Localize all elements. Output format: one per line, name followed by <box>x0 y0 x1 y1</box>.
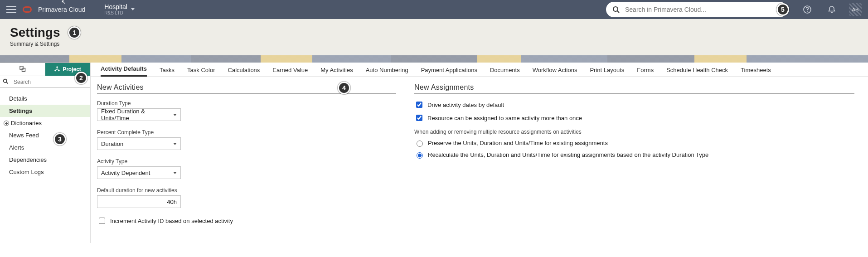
svg-line-1 <box>617 11 619 13</box>
expand-icon <box>4 121 9 126</box>
settings-tabs: Activity DefaultsTasksTask ColorCalculat… <box>91 63 868 77</box>
sidebar-item[interactable]: Dictionaries <box>0 117 90 129</box>
tab[interactable]: Timesheets <box>741 67 771 77</box>
increment-id-checkbox[interactable]: Increment Activity ID based on selected … <box>97 216 396 225</box>
sidebar-tab-project-label: Project <box>63 66 81 73</box>
callout-2: 2 <box>75 72 87 84</box>
project-icon <box>54 66 60 73</box>
sidebar: Project 2 DetailsSettingsDictionariesNew… <box>0 63 91 243</box>
tab[interactable]: Activity Defaults <box>101 65 147 77</box>
decorative-strip <box>0 55 868 63</box>
tab[interactable]: Auto Numbering <box>366 67 408 77</box>
callout-1: 1 <box>68 26 81 39</box>
svg-point-0 <box>613 7 618 11</box>
default-duration-label: Default duration for new activities <box>97 187 396 194</box>
sidebar-item[interactable]: Dependencies <box>0 154 90 166</box>
page-title: Settings <box>10 25 60 40</box>
search-icon <box>3 78 10 86</box>
pct-complete-type-select[interactable]: Duration <box>97 137 181 150</box>
tab[interactable]: Payment Applications <box>421 67 477 77</box>
callout-3: 3 <box>53 133 66 145</box>
drive-dates-checkbox[interactable]: Drive activity dates by default <box>414 100 854 109</box>
new-activities-title: New Activities <box>97 83 396 92</box>
sidebar-item[interactable]: Settings <box>0 105 90 117</box>
sidebar-item-label: Dictionaries <box>11 120 42 126</box>
chevron-down-icon <box>173 114 177 116</box>
radio-recalc-label: Recalculate the Units, Duration and Unit… <box>428 151 708 158</box>
sidebar-item[interactable]: Custom Logs <box>0 166 90 178</box>
global-search[interactable]: 5 <box>606 2 787 17</box>
sidebar-nav: DetailsSettingsDictionariesNews FeedAler… <box>0 88 90 183</box>
svg-point-6 <box>57 66 58 68</box>
assignment-hint: When adding or removing multiple resourc… <box>414 129 854 135</box>
pct-complete-type-label: Percent Complete Type <box>97 129 396 136</box>
global-search-input[interactable] <box>624 5 781 14</box>
page-header: Settings 1 Summary & Settings <box>0 19 868 55</box>
tab[interactable]: Documents <box>490 67 520 77</box>
tab[interactable]: Earned Value <box>272 67 308 77</box>
radio-preserve[interactable]: Preserve the Units, Duration and Units/T… <box>414 139 854 147</box>
divider <box>414 93 854 94</box>
callout-4: 4 <box>338 82 350 94</box>
chevron-down-icon <box>131 8 135 10</box>
duration-type-value: Fixed Duration & Units/Time <box>101 108 173 121</box>
new-assignments-section: New Assignments Drive activity dates by … <box>414 83 854 229</box>
pct-complete-type-value: Duration <box>101 141 123 147</box>
tab[interactable]: Schedule Health Check <box>666 67 728 77</box>
default-duration-input[interactable] <box>97 195 181 208</box>
sidebar-tab-ws[interactable] <box>0 63 45 76</box>
tab[interactable]: My Activities <box>320 67 353 77</box>
new-assignments-title: New Assignments <box>414 83 854 92</box>
global-header: ↖ Primavera Cloud Hospital R&S LTD 5 AB <box>0 0 868 19</box>
tab[interactable]: Workflow Actions <box>533 67 577 77</box>
context-sub: R&S LTD <box>104 10 127 15</box>
drive-dates-label: Drive activity dates by default <box>427 102 504 108</box>
duration-type-select[interactable]: Fixed Duration & Units/Time <box>97 108 181 121</box>
chevron-down-icon <box>173 172 177 174</box>
svg-line-10 <box>6 82 8 83</box>
chevron-down-icon <box>173 143 177 145</box>
tab[interactable]: Calculations <box>228 67 260 77</box>
svg-rect-5 <box>22 68 25 71</box>
main-panel: Activity DefaultsTasksTask ColorCalculat… <box>91 63 868 243</box>
context-picker[interactable]: Hospital R&S LTD <box>104 4 135 15</box>
divider <box>97 93 396 94</box>
sidebar-item[interactable]: News Feed <box>0 129 90 141</box>
duration-type-label: Duration Type <box>97 100 396 107</box>
hamburger-menu-icon[interactable] <box>6 6 16 13</box>
activity-type-value: Activity Dependent <box>101 170 150 176</box>
sidebar-item[interactable]: Details <box>0 92 90 105</box>
increment-id-label: Increment Activity ID based on selected … <box>110 218 233 224</box>
brand-name: Primavera Cloud <box>38 6 85 13</box>
user-avatar[interactable]: AB <box>849 3 862 16</box>
multi-assign-checkbox[interactable]: Resource can be assigned to same activit… <box>414 113 854 122</box>
multi-assign-label: Resource can be assigned to same activit… <box>427 115 582 121</box>
radio-preserve-label: Preserve the Units, Duration and Units/T… <box>428 140 608 146</box>
radio-recalc[interactable]: Recalculate the Units, Duration and Unit… <box>414 151 854 159</box>
callout-5: 5 <box>776 3 789 16</box>
sidebar-item[interactable]: Alerts <box>0 141 90 154</box>
bell-icon[interactable] <box>827 5 836 14</box>
tab[interactable]: Tasks <box>160 67 175 77</box>
tab[interactable]: Print Layouts <box>590 67 624 77</box>
activity-type-select[interactable]: Activity Dependent <box>97 166 181 179</box>
tab[interactable]: Task Color <box>187 67 215 77</box>
tab[interactable]: Forms <box>637 67 654 77</box>
workspace-icon <box>19 66 26 73</box>
oracle-logo-icon <box>23 6 32 13</box>
context-main: Hospital <box>104 4 127 10</box>
help-icon[interactable] <box>803 5 812 14</box>
svg-point-9 <box>4 79 7 82</box>
svg-point-3 <box>807 11 808 12</box>
activity-type-label: Activity Type <box>97 158 396 165</box>
svg-rect-4 <box>20 66 23 69</box>
page-subtitle: Summary & Settings <box>10 41 858 47</box>
cursor-icon: ↖ <box>61 0 66 5</box>
search-icon <box>612 6 620 13</box>
new-activities-section: New Activities Duration Type Fixed Durat… <box>97 83 396 229</box>
